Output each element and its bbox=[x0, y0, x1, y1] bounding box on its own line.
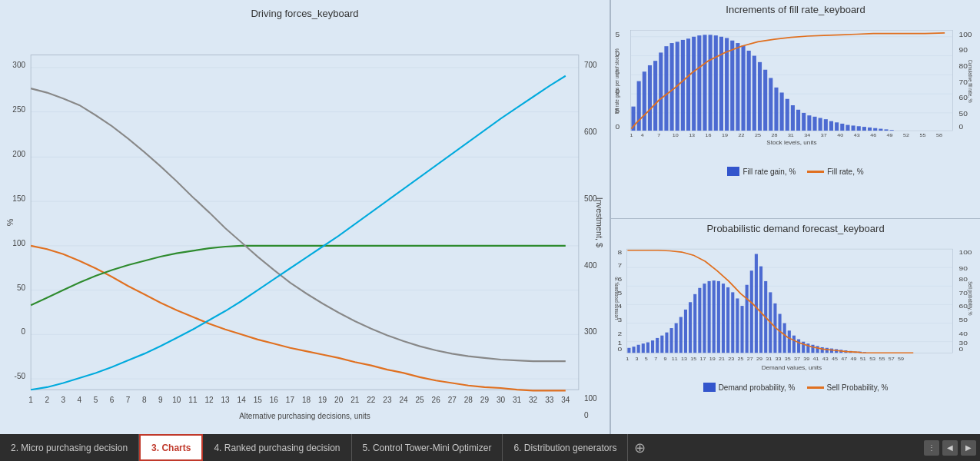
svg-text:57: 57 bbox=[889, 357, 895, 361]
svg-text:0: 0 bbox=[959, 123, 964, 130]
svg-rect-197 bbox=[722, 284, 725, 353]
right-bottom-legend: Demand probability, % Sell Probability, … bbox=[615, 383, 976, 392]
svg-rect-203 bbox=[750, 270, 753, 353]
svg-text:35: 35 bbox=[785, 357, 791, 361]
right-top-title: Increments of fill rate_keyboard bbox=[615, 4, 976, 15]
svg-text:49: 49 bbox=[851, 357, 857, 361]
svg-rect-87 bbox=[659, 52, 663, 131]
svg-text:11: 11 bbox=[188, 395, 197, 403]
svg-text:2: 2 bbox=[45, 395, 49, 403]
svg-rect-96 bbox=[709, 35, 713, 131]
svg-text:1: 1 bbox=[630, 133, 633, 138]
taskbar-prev-button[interactable]: ◀ bbox=[942, 440, 958, 456]
svg-rect-183 bbox=[656, 338, 659, 353]
legend-label-demand-prob: Demand probability, % bbox=[719, 383, 796, 392]
svg-rect-126 bbox=[873, 128, 877, 131]
svg-rect-187 bbox=[675, 323, 678, 353]
legend-label-sell-prob-right: Sell Probability, % bbox=[827, 383, 889, 392]
svg-text:8: 8 bbox=[142, 395, 147, 403]
svg-rect-177 bbox=[627, 348, 630, 353]
add-tab-button[interactable]: ⊕ bbox=[628, 434, 651, 461]
svg-text:11: 11 bbox=[672, 357, 678, 361]
svg-text:2.5: 2.5 bbox=[615, 32, 620, 38]
svg-rect-91 bbox=[681, 40, 685, 131]
svg-rect-119 bbox=[835, 122, 839, 131]
tab-control[interactable]: 5. Control Tower-Mini Optimizer bbox=[352, 434, 503, 461]
svg-text:3: 3 bbox=[636, 357, 639, 361]
svg-rect-122 bbox=[852, 125, 855, 131]
svg-text:23: 23 bbox=[728, 357, 734, 361]
svg-text:Sell probability, %: Sell probability, % bbox=[967, 281, 974, 315]
svg-rect-86 bbox=[653, 61, 657, 131]
svg-rect-94 bbox=[697, 35, 701, 131]
svg-rect-201 bbox=[740, 306, 743, 353]
svg-text:37: 37 bbox=[821, 133, 827, 138]
svg-text:28: 28 bbox=[771, 133, 777, 138]
svg-text:Fill rate gains per unit of st: Fill rate gains per unit of stock, % bbox=[615, 48, 620, 114]
svg-rect-216 bbox=[811, 345, 814, 353]
svg-text:16: 16 bbox=[706, 133, 712, 138]
svg-rect-95 bbox=[703, 35, 706, 131]
svg-text:55: 55 bbox=[879, 357, 885, 361]
svg-text:31: 31 bbox=[788, 133, 794, 138]
svg-text:19: 19 bbox=[318, 395, 327, 403]
svg-text:9: 9 bbox=[158, 395, 163, 403]
legend-fill-rate-cum: Fill rate, % bbox=[807, 167, 863, 176]
svg-rect-184 bbox=[660, 336, 663, 353]
svg-rect-204 bbox=[755, 254, 758, 353]
svg-rect-202 bbox=[746, 285, 749, 353]
svg-rect-121 bbox=[845, 125, 849, 131]
svg-text:1: 1 bbox=[626, 357, 629, 361]
svg-text:Stock levels, units: Stock levels, units bbox=[766, 140, 817, 146]
svg-rect-100 bbox=[730, 41, 734, 131]
svg-rect-188 bbox=[679, 317, 683, 353]
svg-text:5: 5 bbox=[645, 357, 648, 361]
taskbar: 2. Micro purchasing decision 3. Charts 4… bbox=[0, 434, 980, 461]
svg-rect-196 bbox=[717, 281, 720, 353]
svg-rect-120 bbox=[840, 124, 844, 131]
svg-rect-181 bbox=[646, 343, 649, 353]
tab-charts[interactable]: 3. Charts bbox=[139, 434, 203, 461]
svg-rect-205 bbox=[759, 267, 762, 353]
svg-text:15: 15 bbox=[690, 357, 696, 361]
svg-text:80: 80 bbox=[959, 276, 968, 283]
svg-text:23: 23 bbox=[383, 395, 391, 403]
svg-rect-114 bbox=[807, 115, 811, 131]
svg-text:100: 100 bbox=[959, 249, 972, 256]
taskbar-next-button[interactable]: ▶ bbox=[961, 440, 976, 456]
right-panel: Increments of fill rate_keyboard 2.5 2.0… bbox=[611, 0, 980, 434]
legend-label-fill-rate-gain: Fill rate gain, % bbox=[742, 167, 796, 176]
tab-distribution[interactable]: 6. Distribution generators bbox=[503, 434, 628, 461]
svg-text:58: 58 bbox=[936, 133, 942, 138]
svg-text:25: 25 bbox=[755, 133, 761, 138]
svg-text:18: 18 bbox=[302, 395, 311, 403]
svg-rect-111 bbox=[791, 105, 795, 131]
left-panel: Driving forces_keyboard 300 250 200 150 … bbox=[0, 0, 611, 434]
svg-text:31: 31 bbox=[766, 357, 772, 361]
svg-text:37: 37 bbox=[794, 357, 800, 361]
taskbar-menu-button[interactable]: ⋮ bbox=[924, 440, 939, 456]
svg-text:26: 26 bbox=[432, 395, 440, 403]
svg-rect-88 bbox=[664, 46, 668, 131]
svg-rect-116 bbox=[819, 118, 822, 131]
svg-text:7: 7 bbox=[657, 133, 660, 138]
svg-text:43: 43 bbox=[822, 357, 829, 361]
svg-rect-115 bbox=[812, 117, 816, 131]
svg-text:51: 51 bbox=[860, 357, 866, 361]
svg-text:13: 13 bbox=[681, 357, 687, 361]
svg-rect-182 bbox=[651, 340, 654, 353]
svg-text:Demand values, units: Demand values, units bbox=[762, 365, 822, 371]
svg-text:Cumulative fill rate, %: Cumulative fill rate, % bbox=[968, 60, 974, 103]
svg-text:24: 24 bbox=[399, 395, 407, 403]
svg-rect-178 bbox=[632, 347, 635, 353]
svg-rect-210 bbox=[783, 323, 786, 353]
svg-text:46: 46 bbox=[870, 133, 876, 138]
svg-rect-198 bbox=[726, 287, 729, 353]
svg-rect-89 bbox=[670, 43, 674, 131]
svg-rect-97 bbox=[714, 35, 718, 131]
tab-ranked[interactable]: 4. Ranked purchasing decision bbox=[203, 434, 351, 461]
tab-micro[interactable]: 2. Micro purchasing decision bbox=[0, 434, 139, 461]
svg-text:13: 13 bbox=[221, 395, 230, 403]
svg-text:90: 90 bbox=[959, 265, 968, 272]
svg-text:Demand probability, %: Demand probability, % bbox=[615, 277, 620, 320]
